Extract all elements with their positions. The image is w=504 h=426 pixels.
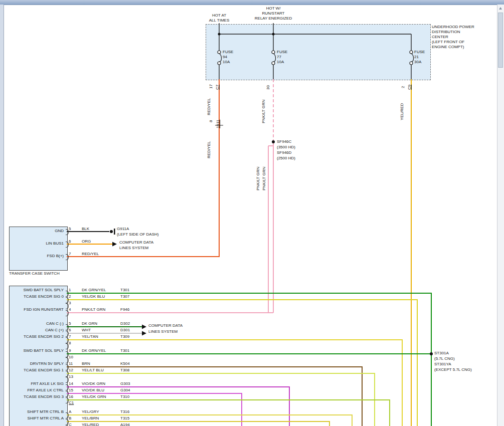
bus-junction-dot bbox=[272, 33, 275, 36]
module-pin-number: C bbox=[69, 422, 72, 426]
module-pin-label: FRT AXLE LK CTRL bbox=[10, 388, 64, 393]
fuse77-element bbox=[273, 54, 276, 62]
hot-label: RUN/START bbox=[246, 11, 301, 16]
ground-bar-symbol bbox=[114, 229, 115, 235]
module-circuit-number: T307 bbox=[120, 294, 129, 299]
pdc-title: CENTER bbox=[432, 35, 448, 40]
module-wire-color: DK GRN/YEL bbox=[82, 348, 106, 353]
module-wire-color: YEL/LT BLU bbox=[82, 368, 104, 373]
fuse21-top-terminal bbox=[410, 51, 413, 54]
module-pin-number: 15 bbox=[69, 388, 73, 393]
module-pin-label: SHIFT MTR CTRL B bbox=[10, 409, 64, 414]
fuse94-bottom-terminal bbox=[218, 62, 221, 65]
module-pin-label: DRVTRN 5V SPLY bbox=[10, 361, 64, 366]
module-connector-id: C1 bbox=[69, 400, 74, 405]
module-wire-color: VIO/DK BLU bbox=[82, 388, 104, 393]
module-circuit-number: D302 bbox=[120, 321, 130, 326]
data-system-label: LINES SYSTEM bbox=[119, 246, 148, 251]
scrollbar-thumb[interactable] bbox=[498, 13, 503, 68]
switch-title: TRANSFER CASE SWITCH bbox=[9, 271, 60, 276]
hot-label: RELAY ENERGIZED bbox=[246, 16, 301, 21]
wire-pnk-lt-grn-solid bbox=[67, 142, 273, 313]
module-circuit-number: K504 bbox=[120, 361, 130, 366]
pdc-connector-id: C9 bbox=[407, 85, 412, 90]
wiring-svg bbox=[0, 0, 504, 426]
module-wire-color: VIO/DK GRN bbox=[82, 381, 105, 386]
fuse77-bottom-terminal bbox=[272, 62, 275, 65]
switch-wire-color: RED/YEL bbox=[82, 252, 99, 257]
hot-label: HOT AT bbox=[197, 13, 242, 18]
module-wire-color: DK GRN bbox=[82, 321, 97, 326]
ground-terminal-symbol bbox=[110, 230, 113, 233]
module-circuit-number: T316 bbox=[120, 409, 129, 414]
data-system-arrow-icon bbox=[142, 331, 146, 336]
hot-label: ALL TIMES bbox=[197, 18, 242, 23]
fuse-name: FUSE bbox=[277, 50, 287, 55]
module-circuit-number: A194 bbox=[120, 422, 130, 426]
switch-pin-number: 7 bbox=[69, 252, 71, 257]
fuse-number: 77 bbox=[277, 55, 281, 60]
fuse21-element bbox=[411, 54, 414, 62]
wire-color-label: RED/YEL bbox=[207, 141, 211, 158]
module-pin-label: TCASE ENCDR SIG 1 bbox=[10, 368, 64, 373]
wire-brn-pin11 bbox=[67, 367, 362, 426]
fuse21-bottom-terminal bbox=[410, 62, 413, 65]
module-circuit-number: T310 bbox=[120, 394, 129, 399]
pdc-title: ENGINE COMPT) bbox=[432, 45, 464, 50]
switch-wire-color: ORG bbox=[82, 239, 91, 244]
splice-note: (2500 HD) bbox=[277, 156, 295, 161]
module-pin-label: FRT AXLE LK SIG bbox=[10, 381, 64, 386]
fuse-number: 94 bbox=[223, 55, 227, 60]
fuse-rating: 10A bbox=[223, 60, 230, 65]
vertical-scrollbar[interactable] bbox=[497, 5, 504, 426]
switch-pin-label: FSD B(+) bbox=[10, 254, 64, 259]
fuse77-top-terminal bbox=[272, 51, 275, 54]
wire-yel-tan-pin7 bbox=[67, 340, 402, 426]
module-circuit-number: T301 bbox=[120, 288, 129, 293]
splice-id: SF946C bbox=[277, 139, 291, 144]
pdc-title: UNDERHOOD POWER bbox=[432, 25, 474, 30]
module-pin-number: 13 bbox=[69, 374, 73, 379]
data-system-label: LINES SYSTEM bbox=[148, 329, 178, 334]
module-pin-label: TCASE ENCDR SIG 3 bbox=[10, 394, 64, 399]
module-pin-number: A bbox=[69, 409, 71, 414]
module-pin-number: 1 bbox=[69, 288, 71, 293]
hot-label: HOT W/ bbox=[246, 6, 301, 11]
module-pin-label: TCASE ENCDR SIG 2 bbox=[10, 334, 64, 339]
switch-pin-number: 5 bbox=[69, 227, 71, 232]
pdc-connector-id: C7 bbox=[215, 85, 220, 90]
module-circuit-number: F946 bbox=[120, 307, 129, 312]
module-pin-number: 5 bbox=[69, 321, 71, 326]
fuse94-top-terminal bbox=[218, 51, 221, 54]
wire-color-label: PNK/LT GRN bbox=[262, 167, 266, 190]
wire-yel-brn-pinB bbox=[67, 421, 329, 426]
pdc-pin-number: 17 bbox=[209, 84, 213, 89]
data-system-label: COMPUTER DATA bbox=[119, 240, 153, 245]
pdc-title: (LEFT FRONT OF bbox=[432, 40, 464, 45]
module-circuit-number: T309 bbox=[120, 334, 129, 339]
fuse-rating: 10A bbox=[277, 60, 284, 65]
module-pin-number: 6 bbox=[69, 328, 71, 333]
splice-note: (EXCEPT 5.7L CNG) bbox=[434, 367, 472, 372]
ground-id: G911A bbox=[117, 227, 129, 232]
window-titlebar[interactable] bbox=[0, 0, 504, 5]
splice-id: SF946D bbox=[277, 150, 291, 155]
window-left-border bbox=[0, 5, 4, 426]
fuse-rating: 30A bbox=[414, 60, 421, 65]
scrollbar-up-icon[interactable] bbox=[499, 7, 502, 10]
inline-connector-id: 1911 bbox=[216, 120, 220, 128]
module-circuit-number: T308 bbox=[120, 368, 129, 373]
module-wire-color: DK GRN/YEL bbox=[82, 288, 106, 293]
splice-st301-dot bbox=[430, 352, 433, 355]
module-pin-number: 12 bbox=[69, 368, 73, 373]
module-pin-label: TCASE ENCDR SIG 0 bbox=[10, 294, 64, 299]
module-wire-color: WHT bbox=[82, 328, 91, 333]
module-pin-number: 10 bbox=[69, 355, 73, 360]
module-wire-color: YEL/TAN bbox=[82, 334, 98, 339]
inline-pin-number: 8 bbox=[209, 120, 213, 122]
module-pin-label: CAN C (-) bbox=[10, 321, 64, 326]
bus-junction-dot bbox=[218, 33, 221, 36]
module-pin-number: 4 bbox=[69, 307, 71, 312]
module-pin-number: 8 bbox=[69, 341, 71, 346]
module-pin-number: B bbox=[69, 416, 71, 421]
